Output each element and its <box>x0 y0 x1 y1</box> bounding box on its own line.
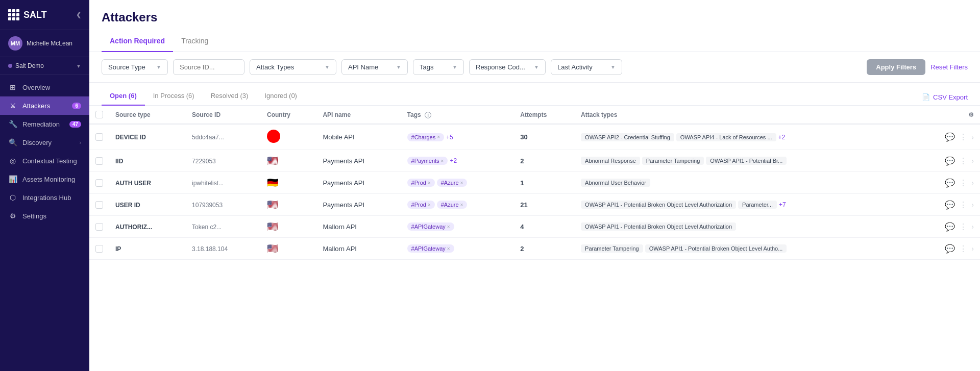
sidebar-env-selector[interactable]: Salt Demo ▼ <box>0 57 89 75</box>
tags-cell: #Prod ×#Azure × <box>401 172 514 194</box>
comment-icon[interactable]: 💬 <box>945 156 955 166</box>
sidebar: SALT ❮ MM Michelle McLean Salt Demo ▼ ⊞ … <box>0 0 89 371</box>
country-flag <box>267 130 280 143</box>
tags-info-icon[interactable]: i <box>425 112 431 118</box>
row-expand-icon[interactable]: › <box>971 179 974 187</box>
more-options-icon[interactable]: ⋮ <box>959 244 967 254</box>
api-name-filter[interactable]: API Name ▼ <box>341 59 408 75</box>
row-expand-icon[interactable]: › <box>971 133 974 141</box>
attack-tag: OWASP API1 - Potential Broken Object Lev… <box>645 244 787 253</box>
table-row: IP3.18.188.104🇺🇸Mallorn API#APIGateway ×… <box>89 238 980 260</box>
sidebar-item-contextual-testing[interactable]: ◎ Contextual Testing <box>0 152 89 170</box>
apply-filters-button[interactable]: Apply Filters <box>867 59 925 75</box>
reset-filters-button[interactable]: Reset Filters <box>930 63 968 71</box>
row-checkbox-cell[interactable] <box>89 194 109 216</box>
response-code-filter[interactable]: Response Cod... ▼ <box>469 59 546 75</box>
comment-icon[interactable]: 💬 <box>945 222 955 232</box>
attack-tag: Abnormal User Behavior <box>581 179 650 187</box>
more-options-icon[interactable]: ⋮ <box>959 222 967 232</box>
attack-types-container: Parameter TamperingOWASP API1 - Potentia… <box>581 244 910 253</box>
sidebar-item-label: Settings <box>22 212 81 220</box>
row-expand-icon[interactable]: › <box>971 222 974 231</box>
row-checkbox[interactable] <box>95 179 103 187</box>
sidebar-env-name: Salt Demo <box>15 62 44 69</box>
tab-resolved[interactable]: Resolved (3) <box>203 89 257 106</box>
row-checkbox-cell[interactable] <box>89 238 109 260</box>
row-actions: 💬 ⋮ › <box>922 178 974 188</box>
table-row: IID7229053🇺🇸Payments API#Payments ×+22Ab… <box>89 150 980 172</box>
table-settings-icon[interactable]: ⚙ <box>968 111 974 118</box>
col-settings[interactable]: ⚙ <box>916 106 980 124</box>
last-activity-filter[interactable]: Last Activity ▼ <box>551 59 622 75</box>
chevron-down-icon: ▼ <box>156 64 161 70</box>
row-checkbox[interactable] <box>95 133 103 141</box>
attack-tag: OWASP API2 - Credential Stuffing <box>581 133 674 141</box>
select-all-checkbox[interactable] <box>95 111 103 118</box>
attempts-cell: 2 <box>514 150 575 172</box>
tags-filter[interactable]: Tags ▼ <box>413 59 464 75</box>
row-checkbox[interactable] <box>95 223 103 231</box>
status-bar: Open (6) In Process (6) Resolved (3) Ign… <box>89 83 980 106</box>
sidebar-item-assets-monitoring[interactable]: 📊 Assets Monitoring <box>0 170 89 188</box>
comment-icon[interactable]: 💬 <box>945 178 955 188</box>
tag-remove-icon[interactable]: × <box>447 224 450 230</box>
row-actions: 💬 ⋮ › <box>922 244 974 254</box>
attack-types-filter[interactable]: Attack Types ▼ <box>250 59 336 75</box>
tab-action-required[interactable]: Action Required <box>102 33 173 52</box>
attack-more[interactable]: +7 <box>779 201 786 208</box>
source-id-input[interactable] <box>173 59 244 75</box>
tags-label: Tags <box>420 63 433 71</box>
more-options-icon[interactable]: ⋮ <box>959 132 967 142</box>
more-options-icon[interactable]: ⋮ <box>959 156 967 166</box>
sidebar-item-settings[interactable]: ⚙ Settings <box>0 207 89 225</box>
tag-remove-icon[interactable]: × <box>428 202 431 208</box>
row-checkbox-cell[interactable] <box>89 216 109 238</box>
sidebar-item-integrations-hub[interactable]: ⬡ Integrations Hub <box>0 188 89 207</box>
sidebar-item-label: Integrations Hub <box>22 194 81 202</box>
csv-export-button[interactable]: 📄 CSV Export <box>922 93 968 101</box>
row-checkbox-cell[interactable] <box>89 172 109 194</box>
tag-remove-icon[interactable]: × <box>441 158 444 164</box>
sidebar-item-overview[interactable]: ⊞ Overview <box>0 78 89 96</box>
row-checkbox[interactable] <box>95 201 103 209</box>
api-name-cell: Mallorn API <box>316 216 401 238</box>
attack-more[interactable]: +2 <box>778 134 786 141</box>
row-checkbox-cell[interactable] <box>89 124 109 150</box>
more-options-icon[interactable]: ⋮ <box>959 200 967 210</box>
tab-tracking[interactable]: Tracking <box>173 33 216 52</box>
tags-more[interactable]: +2 <box>450 157 457 164</box>
more-options-icon[interactable]: ⋮ <box>959 178 967 188</box>
tags-container: #APIGateway × <box>407 222 508 231</box>
chevron-down-icon: ▼ <box>76 63 81 69</box>
tag-remove-icon[interactable]: × <box>460 202 463 208</box>
tab-open[interactable]: Open (6) <box>102 89 145 106</box>
tag-remove-icon[interactable]: × <box>437 134 440 140</box>
sidebar-item-discovery[interactable]: 🔍 Discovery › <box>0 133 89 152</box>
tags-more[interactable]: +5 <box>446 134 453 141</box>
row-expand-icon[interactable]: › <box>971 157 974 165</box>
country-flag: 🇺🇸 <box>267 243 278 254</box>
select-all-header[interactable] <box>89 106 109 124</box>
row-expand-icon[interactable]: › <box>971 244 974 253</box>
sidebar-collapse-icon[interactable]: ❮ <box>76 11 81 18</box>
table-body: DEVICE ID5ddc4aa7...Mobile API#Charges ×… <box>89 124 980 260</box>
tab-ignored[interactable]: Ignored (0) <box>256 89 305 106</box>
source-type-value: USER ID <box>115 202 140 209</box>
comment-icon[interactable]: 💬 <box>945 244 955 254</box>
row-checkbox-cell[interactable] <box>89 150 109 172</box>
row-checkbox[interactable] <box>95 157 103 165</box>
tag-remove-icon[interactable]: × <box>428 180 431 186</box>
tab-in-process[interactable]: In Process (6) <box>145 89 203 106</box>
comment-icon[interactable]: 💬 <box>945 200 955 210</box>
source-id-cell: Token c2... <box>186 216 261 238</box>
tag-remove-icon[interactable]: × <box>447 246 450 252</box>
row-checkbox[interactable] <box>95 245 103 253</box>
sidebar-item-attackers[interactable]: ⚔ Attackers 6 <box>0 96 89 115</box>
source-type-filter[interactable]: Source Type ▼ <box>102 59 168 75</box>
row-expand-icon[interactable]: › <box>971 201 974 209</box>
tag-remove-icon[interactable]: × <box>460 180 463 186</box>
comment-icon[interactable]: 💬 <box>945 132 955 142</box>
sidebar-item-remediation[interactable]: 🔧 Remediation 47 <box>0 115 89 133</box>
source-type-value: AUTHORIZ... <box>115 224 152 231</box>
salt-logo-icon <box>8 9 19 20</box>
